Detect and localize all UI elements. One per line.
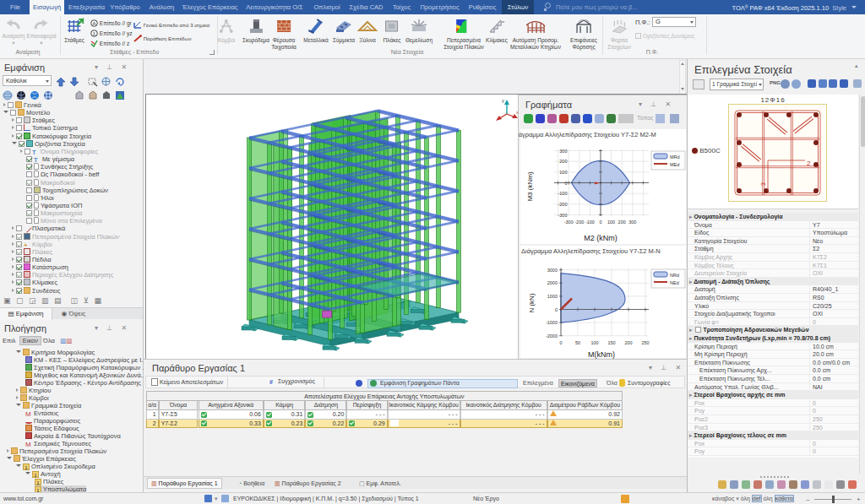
svg-text:3000: 3000: [547, 268, 558, 273]
svg-text:NEd: NEd: [670, 280, 679, 285]
svg-text:100: 100: [590, 340, 598, 345]
svg-text:50: 50: [575, 340, 580, 345]
svg-text:-200: -200: [574, 219, 584, 225]
svg-text:-300: -300: [558, 213, 567, 218]
svg-text:2000: 2000: [547, 280, 558, 285]
svg-text:0: 0: [555, 307, 558, 312]
svg-text:-1000: -1000: [546, 320, 558, 325]
svg-text:250: 250: [641, 340, 649, 345]
svg-text:200: 200: [618, 219, 626, 225]
svg-text:150: 150: [607, 340, 615, 345]
svg-text:1: 1: [93, 31, 96, 36]
svg-text:M3 (kNm): M3 (kNm): [526, 171, 534, 201]
svg-text:3: 3: [760, 182, 766, 186]
svg-text:0: 0: [599, 219, 601, 225]
svg-text:NRd: NRd: [670, 273, 679, 278]
svg-text:M(kNm): M(kNm): [588, 350, 615, 359]
svg-text:MRd: MRd: [670, 154, 680, 160]
svg-text:300: 300: [628, 219, 636, 225]
svg-text:-100: -100: [558, 191, 567, 196]
svg-text:300: 300: [559, 149, 567, 154]
svg-text:A: A: [92, 21, 95, 26]
svg-text:1000: 1000: [547, 294, 558, 299]
svg-text:100: 100: [607, 219, 615, 225]
svg-text:100: 100: [559, 170, 567, 175]
svg-text:2: 2: [807, 160, 811, 167]
svg-text:-200: -200: [558, 202, 567, 207]
svg-text:200: 200: [624, 340, 632, 345]
svg-text:0: 0: [564, 181, 567, 186]
svg-text:M2 (kNm): M2 (kNm): [584, 234, 617, 242]
svg-text:-300: -300: [564, 219, 574, 225]
svg-text:200: 200: [559, 159, 567, 164]
svg-text:N (kN): N (kN): [528, 293, 536, 312]
svg-text:-2000: -2000: [546, 333, 558, 339]
svg-text:-100: -100: [585, 219, 595, 225]
svg-text:0: 0: [559, 340, 562, 345]
svg-text:MEd: MEd: [670, 162, 679, 167]
svg-text:y: y: [502, 98, 504, 103]
